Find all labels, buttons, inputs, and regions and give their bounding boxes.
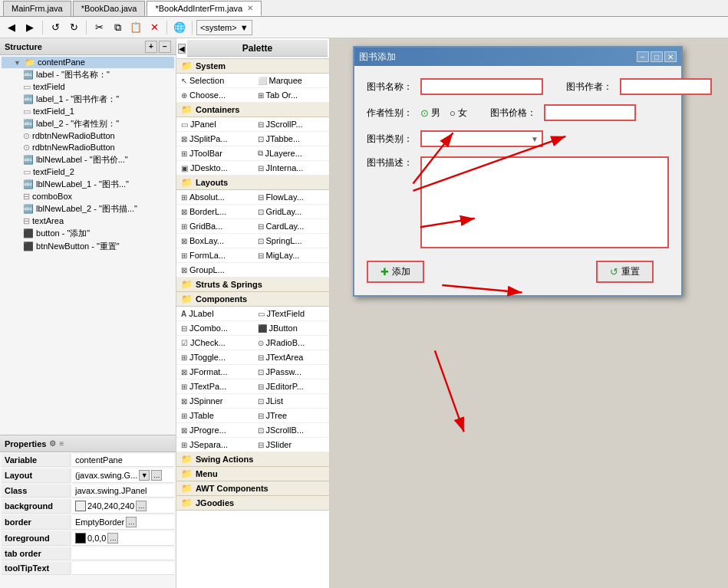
- layout-ellipsis-btn[interactable]: …: [151, 470, 162, 481]
- tree-item-textfield1[interactable]: ▭ textField_1: [2, 106, 174, 117]
- swing-minimize-btn[interactable]: −: [637, 51, 649, 62]
- palette-category-jgoodies[interactable]: 📁 JGoodies: [176, 496, 329, 511]
- palette-item-jsepara[interactable]: ⊞ JSepara...: [176, 438, 253, 452]
- tree-item-combobox[interactable]: ⊟ comboBox: [2, 191, 174, 202]
- palette-item-jsplitpa[interactable]: ⊠ JSplitPa...: [176, 132, 253, 146]
- palette-item-gridlay[interactable]: ⊡ GridLay...: [253, 205, 330, 219]
- prop-val-layout[interactable]: (javax.swing.G... ▼ …: [72, 468, 174, 483]
- add-button[interactable]: ✚ 添加: [367, 261, 424, 283]
- palette-item-jlabel[interactable]: A JLabel: [176, 307, 253, 321]
- prop-val-taborder[interactable]: [72, 547, 174, 560]
- palette-item-jpassw[interactable]: ⊡ JPassw...: [253, 365, 330, 379]
- background-ellipsis-btn[interactable]: …: [136, 501, 147, 511]
- tree-item-lblcat[interactable]: 🔤 lblNewLabel_1 - "图书...": [2, 178, 174, 191]
- toolbar-refresh-btn[interactable]: ↺: [47, 19, 64, 36]
- palette-item-marquee[interactable]: ⬜ Marquee: [253, 74, 330, 88]
- palette-item-jlist[interactable]: ⊡ JList: [253, 394, 330, 409]
- palette-item-jtextfield[interactable]: ▭ JTextField: [253, 307, 330, 321]
- tab-bookdao[interactable]: *BookDao.java: [73, 1, 146, 16]
- palette-item-jslider[interactable]: ⊟ JSlider: [253, 438, 330, 452]
- palette-category-components[interactable]: 📁 Components: [176, 292, 329, 307]
- book-desc-textarea[interactable]: [420, 156, 669, 248]
- palette-item-jtabb[interactable]: ⊡ JTabbе...: [253, 132, 330, 146]
- palette-category-containers[interactable]: 📁 Containers: [176, 103, 329, 117]
- book-name-input[interactable]: [420, 78, 543, 95]
- radio-female[interactable]: ○ 女: [450, 107, 467, 120]
- structure-remove-btn[interactable]: −: [159, 41, 171, 53]
- palette-item-jscrollb[interactable]: ⊡ JScrollB...: [253, 423, 330, 438]
- palette-item-selection[interactable]: ↖ Selection: [176, 74, 253, 88]
- layout-dropdown-btn[interactable]: ▼: [139, 470, 150, 481]
- palette-item-boxlay[interactable]: ⊠ BoxLay...: [176, 234, 253, 248]
- palette-category-system[interactable]: 📁 System: [176, 59, 329, 74]
- tab-close-icon[interactable]: ✕: [247, 4, 253, 12]
- tree-item-lbldesc[interactable]: 🔤 lblNewLabel_2 - "图书描...": [2, 202, 174, 215]
- structure-add-btn[interactable]: +: [145, 41, 157, 53]
- palette-item-jeditorp[interactable]: ⊟ JEditorP...: [253, 379, 330, 394]
- palette-category-swingactions[interactable]: 📁 Swing Actions: [176, 452, 329, 467]
- palette-item-cardlay[interactable]: ⊟ CardLay...: [253, 219, 330, 234]
- tree-item-lblprice[interactable]: 🔤 lblNewLabel - "图书价...": [2, 153, 174, 166]
- palette-item-borderl[interactable]: ⊠ BorderL...: [176, 205, 253, 219]
- palette-item-jscrollp[interactable]: ⊟ JScrollP...: [253, 117, 330, 132]
- prop-val-foreground[interactable]: 0,0,0 …: [72, 531, 174, 546]
- palette-item-jtable[interactable]: ⊞ JTable: [176, 409, 253, 423]
- palette-item-jinterna[interactable]: ⊟ JInterna...: [253, 161, 330, 176]
- palette-category-menu[interactable]: 📁 Menu: [176, 467, 329, 481]
- palette-item-jcombo[interactable]: ⊟ JCombo...: [176, 321, 253, 336]
- tree-item-label[interactable]: 🔤 label - "图书名称：": [2, 68, 174, 81]
- palette-item-jtoolbar[interactable]: ⊞ JToolBar: [176, 146, 253, 161]
- tree-item-label1[interactable]: 🔤 label_1 - "图书作者：": [2, 93, 174, 106]
- tab-mainfrm[interactable]: MainFrm.java: [3, 1, 71, 16]
- palette-category-awt[interactable]: 📁 AWT Components: [176, 481, 329, 496]
- reset-button[interactable]: ↺ 重置: [596, 261, 654, 283]
- palette-item-jbutton[interactable]: ⬛ JButton: [253, 321, 330, 336]
- palette-item-springl[interactable]: ⊡ SpringL...: [253, 234, 330, 248]
- palette-item-jdesktop[interactable]: ▣ JDeskto...: [176, 161, 253, 176]
- tree-item-textarea[interactable]: ⊟ textArea: [2, 215, 174, 227]
- prop-val-border[interactable]: EmptyBorder …: [72, 515, 174, 530]
- toolbar-paste-btn[interactable]: 📋: [127, 19, 144, 36]
- radio-male[interactable]: ⊙ 男: [420, 107, 440, 120]
- toolbar-back-btn[interactable]: ◀: [3, 19, 20, 36]
- palette-item-jprogre[interactable]: ⊠ JProgre...: [176, 423, 253, 438]
- tree-item-contentpane[interactable]: ▼ 📁 contentPane: [2, 57, 174, 68]
- palette-item-miglay[interactable]: ⊟ MigLay...: [253, 248, 330, 263]
- palette-item-groupl[interactable]: ⊠ GroupL...: [176, 263, 329, 278]
- palette-item-jtextarea[interactable]: ⊟ JTextArea: [253, 350, 330, 365]
- palette-item-flowlay[interactable]: ⊟ FlowLay...: [253, 190, 330, 205]
- book-author-input[interactable]: [620, 78, 712, 95]
- book-category-combo[interactable]: ▼: [420, 130, 543, 147]
- prop-val-tooltip[interactable]: [72, 562, 174, 575]
- palette-item-jspinner[interactable]: ⊠ JSpinner: [176, 394, 253, 409]
- palette-item-jtree[interactable]: ⊟ JTree: [253, 409, 330, 423]
- palette-item-jtextpa[interactable]: ⊞ JTextPa...: [176, 379, 253, 394]
- book-price-input[interactable]: [544, 104, 636, 121]
- toolbar-fwd-btn[interactable]: ▶: [21, 19, 38, 36]
- tree-item-textfield[interactable]: ▭ textField: [2, 81, 174, 93]
- properties-icon1[interactable]: ⚙: [49, 439, 56, 448]
- palette-item-choose[interactable]: ⊕ Choose...: [176, 88, 253, 103]
- palette-item-jformat[interactable]: ⊠ JFormat...: [176, 365, 253, 379]
- toolbar-cut-btn[interactable]: ✂: [91, 19, 107, 36]
- border-ellipsis-btn[interactable]: …: [126, 517, 137, 527]
- swing-maximize-btn[interactable]: □: [651, 51, 663, 62]
- toolbar-btn2[interactable]: ↻: [65, 19, 82, 36]
- tree-item-radio1[interactable]: ⊙ rdbtnNewRadioButton: [2, 130, 174, 142]
- toolbar-system-dropdown[interactable]: <system> ▼: [196, 20, 252, 35]
- properties-icon2[interactable]: ≡: [59, 439, 64, 448]
- palette-category-struts[interactable]: 📁 Struts & Springs: [176, 278, 329, 292]
- palette-item-gridba[interactable]: ⊞ GridBa...: [176, 219, 253, 234]
- palette-item-jradiob[interactable]: ⊙ JRadioB...: [253, 336, 330, 350]
- tree-item-radio2[interactable]: ⊙ rdbtnNewRadioButton: [2, 142, 174, 153]
- swing-close-btn[interactable]: ✕: [664, 51, 677, 62]
- palette-item-formla[interactable]: ⊞ FormLa...: [176, 248, 253, 263]
- palette-item-absolute[interactable]: ⊞ Absolut...: [176, 190, 253, 205]
- tree-item-resetbutton[interactable]: ⬛ btnNewButton - "重置": [2, 240, 174, 253]
- toolbar-copy-btn[interactable]: ⧉: [109, 19, 126, 36]
- palette-collapse-btn[interactable]: ◀: [178, 44, 186, 54]
- palette-item-jlayere[interactable]: ⧉ JLayere...: [253, 146, 330, 161]
- foreground-ellipsis-btn[interactable]: …: [107, 533, 118, 544]
- palette-item-jtoggle[interactable]: ⊞ JToggle...: [176, 350, 253, 365]
- palette-category-layouts[interactable]: 📁 Layouts: [176, 176, 329, 190]
